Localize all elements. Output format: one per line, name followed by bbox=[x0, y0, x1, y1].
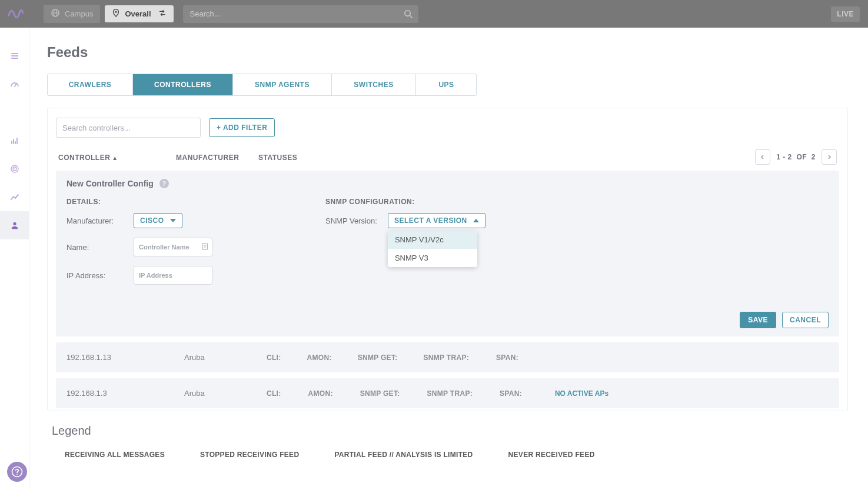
sidebar-item-analytics[interactable] bbox=[0, 126, 29, 155]
globe-icon bbox=[51, 8, 60, 19]
controllers-panel: + ADD FILTER CONTROLLER▲ MANUFACTURER ST… bbox=[47, 108, 848, 411]
check-icon bbox=[286, 354, 294, 362]
error-icon bbox=[405, 389, 414, 398]
page-info: 1 - 2 OF 2 bbox=[776, 153, 816, 161]
check-icon bbox=[403, 354, 411, 362]
config-title: New Controller Config bbox=[66, 179, 154, 188]
sidebar-item-menu[interactable] bbox=[0, 42, 29, 70]
row-controller: 192.168.1.3 bbox=[66, 389, 184, 398]
tab-ups[interactable]: UPS bbox=[416, 74, 477, 95]
ip-address-input[interactable] bbox=[134, 266, 212, 285]
pagination: 1 - 2 OF 2 bbox=[755, 149, 837, 165]
row-manufacturer: Aruba bbox=[184, 353, 267, 362]
chevron-down-icon bbox=[170, 219, 176, 222]
snmp-version-label: SNMP Version: bbox=[325, 216, 377, 225]
tab-controllers[interactable]: CONTROLLERS bbox=[133, 74, 233, 95]
legend-item: PARTIAL FEED // ANALYSIS IS LIMITED bbox=[319, 451, 473, 459]
table-header: CONTROLLER▲ MANUFACTURER STATUSES 1 - 2 … bbox=[56, 149, 839, 165]
snmp-config-label: SNMP CONFIGURATION: bbox=[325, 198, 537, 206]
snmp-option-v3[interactable]: SNMP V3 bbox=[388, 249, 477, 267]
error-icon bbox=[527, 389, 536, 398]
app-logo-icon bbox=[8, 5, 24, 22]
row-controller: 192.168.1.13 bbox=[66, 353, 184, 362]
legend-item: RECEIVING ALL MESSAGES bbox=[51, 451, 165, 459]
legend-item: STOPPED RECEIVING FEED bbox=[185, 451, 299, 459]
swap-icon bbox=[158, 9, 167, 19]
campus-selector[interactable]: Campus bbox=[44, 5, 100, 23]
controllers-search-input[interactable] bbox=[56, 118, 201, 138]
live-badge[interactable]: LIVE bbox=[831, 6, 860, 22]
help-icon[interactable]: ? bbox=[159, 179, 169, 188]
column-manufacturer[interactable]: MANUFACTURER bbox=[176, 154, 239, 162]
page-next-button[interactable] bbox=[822, 149, 837, 165]
help-fab[interactable] bbox=[7, 462, 27, 482]
manufacturer-select[interactable]: CISCO bbox=[134, 213, 182, 228]
save-button[interactable]: SAVE bbox=[740, 312, 776, 328]
legend-item: NEVER RECEIVED FEED bbox=[493, 451, 595, 459]
cancel-button[interactable]: CANCEL bbox=[782, 312, 829, 328]
campus-label: Campus bbox=[65, 9, 93, 18]
warning-icon bbox=[474, 354, 483, 362]
main-content: Feeds CRAWLERS CONTROLLERS SNMP AGENTS S… bbox=[29, 28, 868, 490]
legend-title: Legend bbox=[52, 424, 848, 438]
manufacturer-label: Manufacturer: bbox=[66, 216, 123, 225]
tab-snmp-agents[interactable]: SNMP AGENTS bbox=[233, 74, 332, 95]
scope-label: Overall bbox=[125, 9, 151, 18]
row-manufacturer: Aruba bbox=[184, 389, 267, 398]
tab-switches[interactable]: SWITCHES bbox=[332, 74, 416, 95]
ip-label: IP Address: bbox=[66, 271, 123, 280]
column-statuses[interactable]: STATUSES bbox=[258, 154, 297, 162]
global-search-wrap bbox=[183, 5, 418, 23]
page-prev-button[interactable] bbox=[755, 149, 770, 165]
table-row[interactable]: 192.168.1.3 Aruba CLI: AMON: SNMP GET: S… bbox=[56, 378, 839, 408]
sort-asc-icon: ▲ bbox=[112, 155, 118, 161]
sidebar-item-admin[interactable] bbox=[0, 211, 29, 239]
sidebar-item-trends[interactable] bbox=[0, 183, 29, 211]
check-icon bbox=[51, 451, 59, 459]
pin-icon bbox=[112, 9, 120, 19]
new-controller-config: New Controller Config ? DETAILS: Manufac… bbox=[56, 171, 839, 336]
snmp-option-v1v2c[interactable]: SNMP V1/V2c bbox=[388, 231, 477, 249]
error-icon bbox=[286, 389, 295, 398]
no-active-aps-badge: NO ACTIVE APs bbox=[555, 389, 608, 398]
chevron-up-icon bbox=[473, 219, 479, 222]
page-title: Feeds bbox=[47, 44, 848, 61]
snmp-version-dropdown: SNMP V1/V2c SNMP V3 bbox=[388, 231, 477, 267]
warning-icon bbox=[493, 451, 503, 459]
column-controller[interactable]: CONTROLLER▲ bbox=[58, 154, 118, 162]
scope-selector[interactable]: Overall bbox=[105, 5, 173, 22]
details-label: DETAILS: bbox=[66, 198, 278, 206]
tab-crawlers[interactable]: CRAWLERS bbox=[48, 74, 133, 95]
sidebar-item-alerts[interactable] bbox=[0, 98, 29, 126]
sidebar bbox=[0, 28, 29, 490]
check-icon bbox=[523, 354, 531, 362]
check-icon bbox=[337, 354, 345, 362]
search-icon[interactable] bbox=[404, 9, 413, 20]
warning-icon bbox=[319, 451, 328, 459]
error-icon bbox=[185, 451, 194, 459]
table-row[interactable]: 192.168.1.13 Aruba CLI: AMON: SNMP GET: … bbox=[56, 342, 839, 372]
add-filter-button[interactable]: + ADD FILTER bbox=[209, 118, 275, 137]
document-icon bbox=[201, 242, 209, 252]
warning-icon bbox=[477, 389, 487, 398]
feed-tabs: CRAWLERS CONTROLLERS SNMP AGENTS SWITCHE… bbox=[47, 74, 477, 96]
legend: Legend RECEIVING ALL MESSAGES STOPPED RE… bbox=[51, 424, 848, 459]
sidebar-item-radar[interactable] bbox=[0, 155, 29, 183]
sidebar-item-dashboard[interactable] bbox=[0, 70, 29, 98]
error-icon bbox=[338, 389, 347, 398]
global-search-input[interactable] bbox=[183, 5, 418, 23]
name-label: Name: bbox=[66, 243, 123, 252]
snmp-version-select[interactable]: SELECT A VERSION bbox=[388, 213, 485, 228]
topbar: Campus Overall LIVE bbox=[0, 0, 868, 28]
